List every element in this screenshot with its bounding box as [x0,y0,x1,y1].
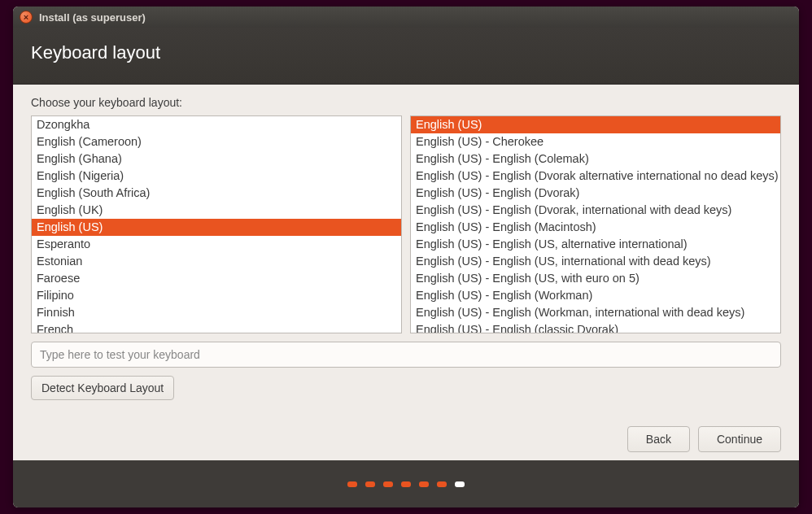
variant-item[interactable]: English (US) - English (US, with euro on… [411,270,780,287]
variant-item[interactable]: English (US) - English (Macintosh) [411,219,780,236]
titlebar: × Install (as superuser) [13,7,799,28]
variant-item[interactable]: English (US) - English (Workman) [411,287,780,304]
install-window: × Install (as superuser) Keyboard layout… [13,7,799,507]
layout-item[interactable]: English (UK) [32,202,401,219]
keyboard-test-input[interactable] [31,342,781,368]
variant-item[interactable]: English (US) - English (Dvorak) [411,185,780,202]
page-title: Keyboard layout [31,42,160,63]
layouts-listbox[interactable]: DzongkhaEnglish (Cameroon)English (Ghana… [31,115,402,333]
nav-buttons: Back Continue [627,426,781,452]
variants-listbox[interactable]: English (US)English (US) - CherokeeEngli… [410,115,781,333]
layout-item[interactable]: Finnish [32,304,401,321]
layout-item[interactable]: English (Nigeria) [32,168,401,185]
layout-lists: DzongkhaEnglish (Cameroon)English (Ghana… [31,115,781,333]
back-button[interactable]: Back [627,426,690,452]
progress-dot [419,481,429,487]
layout-item[interactable]: French [32,321,401,333]
variant-item[interactable]: English (US) - English (Workman, interna… [411,304,780,321]
variant-item[interactable]: English (US) - English (Dvorak alternati… [411,168,780,185]
detect-keyboard-button[interactable]: Detect Keyboard Layout [31,376,174,400]
variant-item[interactable]: English (US) - Cherokee [411,133,780,150]
progress-dot [347,481,357,487]
progress-dot [383,481,393,487]
progress-dot [455,481,465,487]
layout-item[interactable]: Dzongkha [32,116,401,133]
layout-item[interactable]: Filipino [32,287,401,304]
progress-dot [401,481,411,487]
progress-dot [365,481,375,487]
window-title: Install (as superuser) [39,11,146,24]
variant-item[interactable]: English (US) - English (Dvorak, internat… [411,202,780,219]
layout-item[interactable]: English (Cameroon) [32,133,401,150]
layout-item[interactable]: English (South Africa) [32,185,401,202]
variant-item[interactable]: English (US) - English (classic Dvorak) [411,321,780,333]
content-area: Choose your keyboard layout: DzongkhaEng… [13,85,799,460]
progress-footer [13,460,799,507]
close-icon[interactable]: × [20,11,33,24]
variant-item[interactable]: English (US) - English (US, internationa… [411,253,780,270]
layout-item[interactable]: Esperanto [32,236,401,253]
progress-dot [437,481,447,487]
variant-item[interactable]: English (US) [411,116,780,133]
instruction-text: Choose your keyboard layout: [31,96,781,109]
layout-item[interactable]: Estonian [32,253,401,270]
variant-item[interactable]: English (US) - English (US, alternative … [411,236,780,253]
variant-item[interactable]: English (US) - English (Colemak) [411,150,780,168]
layout-item[interactable]: English (US) [32,219,401,236]
layout-item[interactable]: English (Ghana) [32,150,401,168]
page-header: Keyboard layout [13,28,799,85]
continue-button[interactable]: Continue [698,426,781,452]
layout-item[interactable]: Faroese [32,270,401,287]
